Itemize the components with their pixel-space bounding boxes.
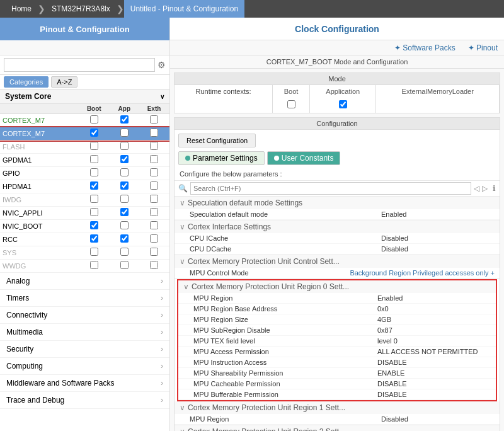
- col-header-name: [0, 104, 78, 114]
- nav-item-timers[interactable]: Timers›: [0, 290, 169, 307]
- nav-item-trace-and-debug[interactable]: Trace and Debug›: [0, 392, 169, 409]
- breadcrumb-home[interactable]: Home: [5, 0, 38, 18]
- app-checkbox[interactable]: [110, 260, 139, 273]
- app-checkbox[interactable]: [110, 246, 139, 260]
- next-result-icon[interactable]: ▷: [482, 184, 488, 193]
- tree-group-header-4[interactable]: ∨Cortex Memory Protection Unit Region 1 …: [175, 401, 500, 414]
- ext-checkbox[interactable]: [139, 127, 169, 141]
- table-row[interactable]: NVIC_BOOT: [0, 220, 169, 233]
- table-row[interactable]: CORTEX_M7: [0, 127, 169, 141]
- tree-group-header-2[interactable]: ∨Cortex Memory Protection Unit Control S…: [175, 255, 500, 268]
- table-row[interactable]: GPIO: [0, 167, 169, 180]
- ext-checkbox[interactable]: [139, 260, 169, 273]
- app-checkbox[interactable]: [110, 154, 139, 167]
- ext-checkbox[interactable]: [139, 246, 169, 260]
- ext-checkbox[interactable]: [139, 114, 169, 127]
- boot-checkbox[interactable]: [78, 220, 110, 233]
- param-tab-dot: [185, 156, 190, 161]
- prev-result-icon[interactable]: ◁: [474, 184, 479, 193]
- ext-checkbox[interactable]: [139, 154, 169, 167]
- app-check[interactable]: [310, 98, 376, 113]
- system-core-label: System Core: [5, 92, 51, 101]
- nav-chevron: ›: [161, 294, 163, 302]
- gear-icon[interactable]: ⚙: [158, 60, 166, 70]
- tab-parameter-settings[interactable]: Parameter Settings: [178, 151, 265, 165]
- group-chevron: ∨: [180, 198, 185, 207]
- nav-item-connectivity[interactable]: Connectivity›: [0, 307, 169, 324]
- param-name: MPU Cacheable Permission: [193, 380, 377, 388]
- boot-checkbox[interactable]: [78, 154, 110, 167]
- app-checkbox[interactable]: [110, 167, 139, 180]
- tab-categories[interactable]: Categories: [4, 76, 49, 88]
- info-icon[interactable]: ℹ: [493, 184, 496, 193]
- tree-group-0: ∨Speculation default mode SettingsSpecul…: [175, 197, 500, 221]
- ext-checkbox[interactable]: [139, 220, 169, 233]
- tree-group-header-1[interactable]: ∨Cortex Interface Settings: [175, 221, 500, 233]
- boot-checkbox[interactable]: [78, 141, 110, 154]
- tab-az[interactable]: A->Z: [51, 76, 77, 88]
- app-checkbox[interactable]: [110, 127, 139, 141]
- app-checkbox[interactable]: [110, 114, 139, 127]
- header-left-title: Pinout & Configuration: [0, 18, 170, 40]
- nav-chevron: ›: [161, 396, 163, 405]
- nav-item-security[interactable]: Security›: [0, 341, 169, 358]
- nav-chevron: ›: [161, 328, 163, 336]
- breadcrumb-chip[interactable]: STM32H7R3A8lx: [45, 0, 117, 18]
- ext-checkbox[interactable]: [139, 207, 169, 220]
- app-checkbox[interactable]: [110, 180, 139, 193]
- app-checkbox[interactable]: [110, 141, 139, 154]
- boot-checkbox[interactable]: [78, 167, 110, 180]
- ext-checkbox[interactable]: [139, 193, 169, 207]
- boot-checkbox[interactable]: [78, 127, 110, 141]
- nav-item-analog[interactable]: Analog›: [0, 273, 169, 290]
- boot-checkbox[interactable]: [78, 114, 110, 127]
- ext-checkbox[interactable]: [139, 233, 169, 246]
- boot-checkbox[interactable]: [78, 180, 110, 193]
- tree-group-5: ∨Cortex Memory Protection Unit Region 2 …: [175, 425, 500, 431]
- component-name: FLASH: [0, 141, 78, 154]
- app-checkbox[interactable]: [110, 193, 139, 207]
- boot-checkbox[interactable]: [78, 193, 110, 207]
- ext-checkbox[interactable]: [139, 167, 169, 180]
- software-packs-link[interactable]: ✦ Software Packs: [394, 43, 455, 52]
- table-row[interactable]: CORTEX_M7: [0, 114, 169, 127]
- tab-user-constants[interactable]: User Constants: [267, 151, 341, 165]
- nav-item-computing[interactable]: Computing›: [0, 358, 169, 375]
- table-row[interactable]: HPDMA1: [0, 180, 169, 193]
- ext-check[interactable]: [376, 98, 500, 113]
- breadcrumb-project[interactable]: Untitled - Pinout & Configuration: [124, 0, 244, 18]
- table-row[interactable]: FLASH: [0, 141, 169, 154]
- component-name: NVIC_APPLI: [0, 207, 78, 220]
- app-checkbox[interactable]: [110, 220, 139, 233]
- app-checkbox[interactable]: [110, 233, 139, 246]
- table-row[interactable]: RCC: [0, 233, 169, 246]
- ext-checkbox[interactable]: [139, 180, 169, 193]
- group-chevron: ∨: [180, 222, 185, 231]
- table-row[interactable]: SYS: [0, 246, 169, 260]
- system-core-header[interactable]: System Core ∨: [0, 89, 169, 104]
- ext-checkbox[interactable]: [139, 141, 169, 154]
- pinout-link[interactable]: ✦ Pinout: [468, 43, 498, 52]
- boot-checkbox[interactable]: [78, 207, 110, 220]
- cortex-title: CORTEX_M7_BOOT Mode and Configuration: [170, 55, 504, 69]
- tree-group-header-0[interactable]: ∨Speculation default mode Settings: [175, 197, 500, 209]
- boot-checkbox[interactable]: [78, 246, 110, 260]
- app-checkbox[interactable]: [110, 207, 139, 220]
- boot-check[interactable]: [273, 98, 310, 113]
- table-row[interactable]: GPDMA1: [0, 154, 169, 167]
- boot-checkbox[interactable]: [78, 260, 110, 273]
- tree-group-header-5[interactable]: ∨Cortex Memory Protection Unit Region 2 …: [175, 425, 500, 431]
- tree-group-header-3[interactable]: ∨Cortex Memory Protection Unit Region 0 …: [178, 280, 496, 293]
- param-tree: ∨Speculation default mode SettingsSpecul…: [175, 197, 500, 431]
- param-row: MPU Bufferable PermissionDISABLE: [178, 389, 496, 400]
- table-row[interactable]: WWDG: [0, 260, 169, 273]
- param-search-input[interactable]: [190, 182, 471, 195]
- nav-item-middleware-and-software-packs[interactable]: Middleware and Software Packs›: [0, 375, 169, 392]
- col-header-boot: Boot: [78, 104, 110, 114]
- table-row[interactable]: IWDG: [0, 193, 169, 207]
- nav-item-multimedia[interactable]: Multimedia›: [0, 324, 169, 341]
- boot-checkbox[interactable]: [78, 233, 110, 246]
- left-search-input[interactable]: [4, 58, 155, 72]
- reset-config-button[interactable]: Reset Configuration: [178, 134, 256, 147]
- table-row[interactable]: NVIC_APPLI: [0, 207, 169, 220]
